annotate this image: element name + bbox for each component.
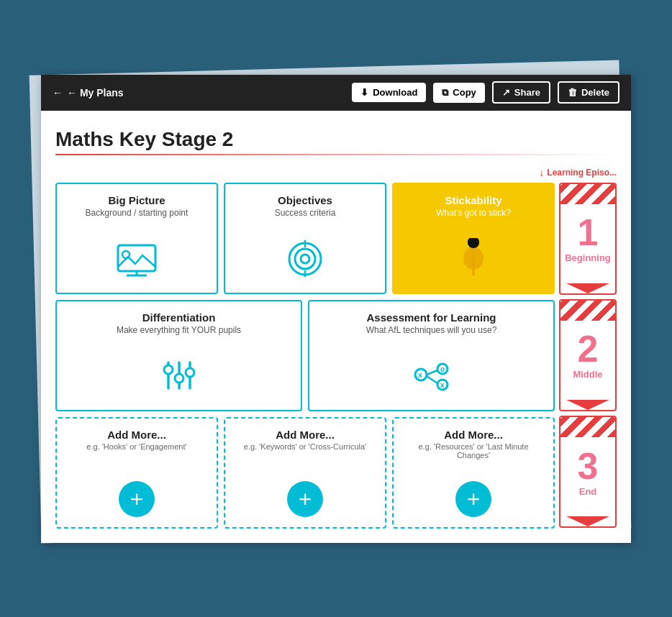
- main-layout: Big Picture Background / starting point: [55, 183, 617, 529]
- chevron-pattern-top-3: [560, 417, 615, 437]
- sidebar-end[interactable]: 3 End: [559, 416, 617, 528]
- sliders-icon: [158, 357, 201, 400]
- svg-point-5: [295, 249, 315, 269]
- back-arrow-icon: ←: [53, 87, 63, 99]
- stickability-card[interactable]: Stickability What's got to stick?: [392, 183, 555, 294]
- add-more-card-2[interactable]: Add More... e.g. 'Keywords' or 'Cross-Cu…: [224, 417, 386, 529]
- main-content: Maths Key Stage 2 ↓ Learning Episo... Bi…: [41, 111, 631, 543]
- title-underline: [55, 154, 617, 155]
- download-button[interactable]: ⬇ Download: [352, 83, 426, 102]
- card-row-1: Big Picture Background / starting point: [55, 183, 555, 294]
- sidebar-middle[interactable]: 2 Middle: [559, 299, 617, 411]
- copy-button[interactable]: ⧉ Copy: [433, 83, 485, 103]
- trash-icon: 🗑: [568, 87, 577, 98]
- add-circle-icon-2: +: [287, 481, 323, 517]
- chevron-pattern-top-2: [560, 301, 615, 321]
- svg-point-18: [175, 374, 183, 383]
- svg-point-17: [164, 365, 173, 374]
- add-more-card-3[interactable]: Add More... e.g. 'Resources' or 'Last Mi…: [392, 417, 555, 529]
- picture-icon: [115, 241, 158, 283]
- copy-icon: ⧉: [442, 87, 448, 99]
- back-label: ← My Plans: [67, 87, 124, 99]
- arrow-down-icon: ↓: [539, 167, 544, 178]
- chevron-arrow-2: [566, 400, 609, 410]
- svg-line-24: [427, 376, 437, 383]
- svg-point-12: [468, 238, 479, 248]
- delete-button[interactable]: 🗑 Delete: [558, 81, 619, 104]
- card-row-2: Differentiation Make everything fit YOUR…: [55, 300, 555, 411]
- download-icon: ⬇: [360, 87, 368, 98]
- learning-episode-label: ↓ Learning Episo...: [55, 167, 617, 178]
- back-button[interactable]: ← ← My Plans: [53, 87, 124, 99]
- network-icon: x o x: [407, 355, 457, 400]
- svg-point-19: [186, 368, 194, 377]
- cards-area: Big Picture Background / starting point: [55, 183, 555, 529]
- share-icon: ↗: [502, 87, 510, 98]
- chevron-arrow-3: [566, 516, 609, 526]
- svg-text:x: x: [418, 371, 422, 379]
- chevron-pattern-top-1: [560, 184, 615, 204]
- svg-text:o: o: [440, 365, 445, 373]
- share-button[interactable]: ↗ Share: [492, 81, 550, 104]
- add-circle-icon-1: +: [119, 481, 155, 517]
- page-title: Maths Key Stage 2: [55, 128, 617, 151]
- objectives-card[interactable]: Objectives Success criteria: [224, 183, 386, 294]
- sidebar: 1 Beginning 2 Middle 3 End: [559, 183, 617, 529]
- big-picture-card[interactable]: Big Picture Background / starting point: [55, 183, 218, 294]
- assessment-card[interactable]: Assessment for Learning What AfL techniq…: [308, 300, 555, 411]
- card-row-3: Add More... e.g. 'Hooks' or 'Engagement'…: [55, 417, 555, 529]
- chevron-arrow-1: [566, 283, 609, 293]
- target-icon: [283, 237, 327, 283]
- svg-line-23: [427, 370, 437, 375]
- differentiation-card[interactable]: Differentiation Make everything fit YOUR…: [55, 300, 302, 411]
- sidebar-beginning[interactable]: 1 Beginning: [559, 183, 617, 295]
- svg-point-11: [463, 247, 483, 270]
- header-bar: ← ← My Plans ⬇ Download ⧉ Copy ↗ Share 🗑…: [41, 75, 631, 111]
- add-more-card-1[interactable]: Add More... e.g. 'Hooks' or 'Engagement'…: [55, 417, 218, 529]
- pin-icon: [452, 238, 495, 283]
- svg-point-6: [301, 255, 309, 263]
- svg-text:x: x: [440, 381, 445, 389]
- add-circle-icon-3: +: [455, 481, 491, 517]
